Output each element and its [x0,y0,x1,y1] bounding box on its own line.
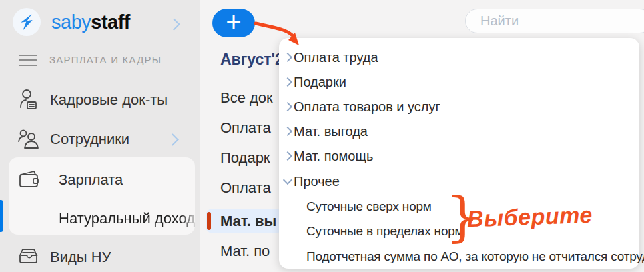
menu-subitem-sutochnye-v-predelah[interactable]: Суточные в пределах норм [279,219,639,243]
menu-item-label: Оплата труда [294,49,378,65]
menu-item-label: Суточные в пределах норм [306,224,463,239]
chevron-right-icon [283,53,292,62]
sidebar-item-naturalnyi-dohod[interactable]: Натуральный доход [9,204,195,233]
tray-icon [17,246,40,267]
menu-item-label: Суточные сверх норм [306,199,432,214]
plus-icon: + [226,9,241,35]
sidebar-item-label: Сотрудники [50,131,129,148]
selected-marker [207,212,211,230]
menu-subitem-sutochnye-sverh[interactable]: Суточные сверх норм [279,194,639,219]
sidebar-item-label: Кадровые док-ты [50,91,168,109]
income-type-dropdown: Оплата труда Подарки Оплата товаров и ус… [279,38,639,269]
list-item-label: Оплата [220,179,271,197]
menu-item-oplata-truda[interactable]: Оплата труда [279,45,639,69]
brand-row: sabystaff [0,5,200,39]
chevron-down-icon [283,175,292,185]
salary-group: Зарплата Натуральный доход [9,157,195,235]
person-document-icon [17,89,39,111]
sidebar-item-label: Зарплата [59,171,123,189]
menu-item-label: Прочее [294,173,340,189]
list-item-label: Мат. вы [220,213,276,230]
search-input[interactable] [465,9,644,33]
list-item-label: Подарк [220,149,270,167]
menu-item-label: Оплата товаров и услуг [294,99,440,114]
chevron-right-icon [283,77,292,87]
menu-icon[interactable] [19,55,37,66]
list-item-label: Оплата [220,119,271,137]
sidebar-item-vidy-nu[interactable]: Виды НУ [0,243,200,272]
sidebar-item-zarplata[interactable]: Зарплата [9,165,195,195]
menu-item-mat-vygoda[interactable]: Мат. выгода [279,119,639,143]
people-icon [17,128,40,151]
search-box [465,9,644,33]
sidebar-item-label-clip: Натуральный доход [59,204,200,233]
brand-saby: saby [51,11,91,33]
list-item[interactable]: Оплата [206,175,282,200]
list-item[interactable]: Мат. по [206,239,282,263]
menu-item-oplata-tovarov[interactable]: Оплата товаров и услуг [279,94,639,119]
list-item-selected[interactable]: Мат. вы [206,209,282,233]
bird-icon [17,12,37,32]
list-item-label: Все док [220,89,273,107]
menu-item-podarki[interactable]: Подарки [279,69,639,94]
list-item-label: Мат. по [220,243,270,260]
chevron-right-icon[interactable] [168,18,180,30]
add-button[interactable]: + [212,9,255,37]
brand-name: sabystaff [51,11,130,33]
list-item[interactable]: Подарк [206,145,282,170]
sidebar-item-label: Натуральный доход [59,210,195,227]
menu-subitem-podotchetnaya-summa[interactable]: Подотчетная сумма по АО, за которую не о… [279,244,639,269]
chevron-right-icon [283,127,292,136]
chevron-right-icon [283,102,292,111]
menu-item-label: Подотчетная сумма по АО, за которую не о… [306,249,644,264]
menu-item-prochee[interactable]: Прочее [279,169,639,193]
period-heading[interactable]: Август'2 [220,51,284,69]
brand-staff: staff [91,11,130,33]
menu-item-label: Мат. выгода [294,123,368,139]
chevron-right-icon [283,151,292,161]
menu-item-label: Мат. помощь [294,148,373,163]
sidebar-item-sotrudniki[interactable]: Сотрудники [0,125,200,154]
menu-item-mat-pomosch[interactable]: Мат. помощь [279,143,639,168]
active-indicator [0,200,3,232]
menu-item-label: Подарки [294,74,346,89]
chevron-right-icon [166,133,178,145]
section-label: ЗАРПЛАТА И КАДРЫ [49,54,162,65]
sidebar-item-label: Виды НУ [50,249,111,266]
list-item[interactable]: Все док [206,85,282,110]
sidebar-item-kadrovye-dokumenty[interactable]: Кадровые док-ты [0,85,200,115]
saby-logo[interactable] [13,8,41,36]
wallet-icon [18,169,41,190]
list-item[interactable]: Оплата [206,115,282,140]
section-row: ЗАРПЛАТА И КАДРЫ [0,52,200,69]
sidebar: sabystaff ЗАРПЛАТА И КАДРЫ Кадровые док-… [0,0,200,272]
